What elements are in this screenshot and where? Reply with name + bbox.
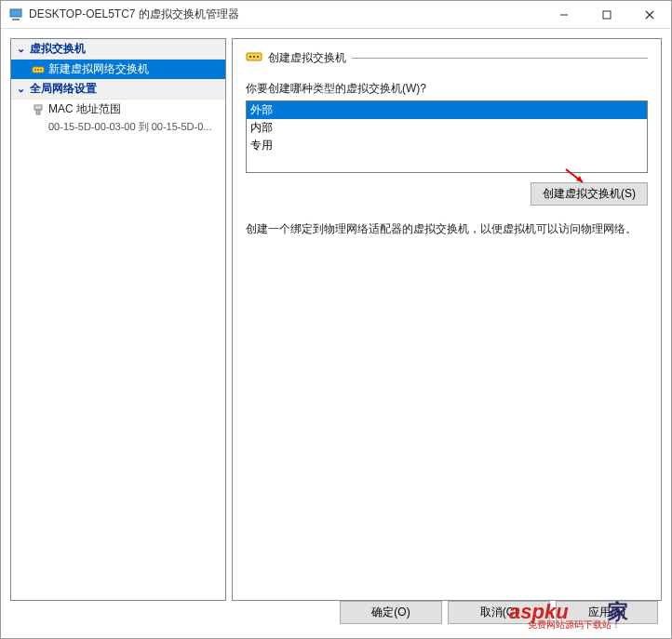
vswitch-icon [246,48,262,68]
svg-point-9 [40,69,42,71]
divider [352,58,648,59]
section-header: 创建虚拟交换机 [246,48,648,68]
tree-section-virtual-switches[interactable]: ⌄ 虚拟交换机 [11,39,225,60]
ok-button[interactable]: 确定(O) [340,601,442,624]
tree-section-label: 全局网络设置 [30,81,97,97]
svg-rect-3 [603,11,611,19]
option-external[interactable]: 外部 [247,101,647,119]
type-prompt-label: 你要创建哪种类型的虚拟交换机(W)? [246,81,648,97]
details-pane: 创建虚拟交换机 你要创建哪种类型的虚拟交换机(W)? 外部 内部 专用 创建虚拟… [232,38,662,601]
window-controls [543,1,671,28]
window-title: DESKTOP-OEL5TC7 的虚拟交换机管理器 [29,7,543,22]
svg-rect-0 [10,9,21,17]
svg-point-8 [37,69,39,71]
maximize-button[interactable] [585,1,628,28]
content-area: ⌄ 虚拟交换机 新建虚拟网络交换机 ⌄ 全局网络设置 MAC [1,29,671,601]
option-internal[interactable]: 内部 [247,119,647,137]
svg-point-7 [34,69,36,71]
network-adapter-icon [32,103,45,116]
svg-marker-17 [576,176,583,182]
chevron-down-icon[interactable]: ⌄ [15,83,26,95]
tree-section-label: 虚拟交换机 [30,41,86,57]
create-vswitch-button[interactable]: 创建虚拟交换机(S) [531,182,648,206]
chevron-down-icon[interactable]: ⌄ [15,43,26,55]
svg-point-13 [249,56,251,58]
svg-point-14 [253,56,255,58]
vswitch-icon [32,63,45,76]
minimize-button[interactable] [543,1,585,28]
type-description: 创建一个绑定到物理网络适配器的虚拟交换机，以便虚拟机可以访问物理网络。 [246,220,648,237]
svg-point-15 [257,56,259,58]
close-button[interactable] [628,1,671,28]
tree-item-label: MAC 地址范围 [48,101,121,117]
tree-item-new-vswitch[interactable]: 新建虚拟网络交换机 [11,60,225,79]
svg-rect-1 [12,19,20,20]
cancel-button[interactable]: 取消(C) [448,601,550,624]
tree-pane: ⌄ 虚拟交换机 新建虚拟网络交换机 ⌄ 全局网络设置 MAC [10,38,226,601]
tree-item-label: 新建虚拟网络交换机 [48,61,149,77]
titlebar: DESKTOP-OEL5TC7 的虚拟交换机管理器 [1,1,671,29]
tree-section-global-settings[interactable]: ⌄ 全局网络设置 [11,79,225,100]
apply-button[interactable]: 应用(A) [556,601,658,624]
dialog-footer: 确定(O) 取消(C) 应用(A) aspku 家 免费网站源码下载站！ [1,601,671,631]
tree-item-mac-range-value: 00-15-5D-00-03-00 到 00-15-5D-0... [11,119,225,135]
vswitch-manager-icon [8,7,23,22]
svg-rect-11 [36,110,40,114]
option-private[interactable]: 专用 [247,137,647,154]
vswitch-type-list[interactable]: 外部 内部 专用 [246,100,648,173]
tree-item-mac-range[interactable]: MAC 地址范围 [11,100,225,119]
svg-rect-10 [34,105,42,110]
section-title: 创建虚拟交换机 [268,50,346,66]
